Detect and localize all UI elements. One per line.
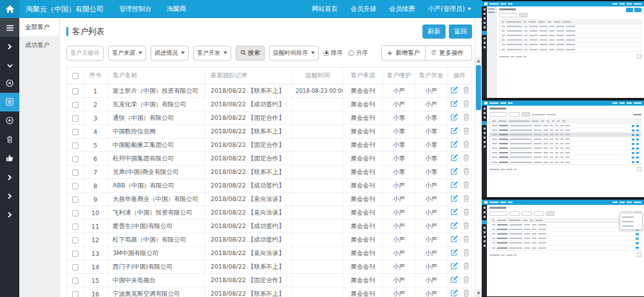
edit-icon[interactable] [450, 168, 458, 175]
preview-scroll-box[interactable] [637, 253, 641, 257]
delete-icon[interactable] [463, 195, 469, 202]
row-checkbox[interactable] [72, 183, 79, 189]
reminder-sort-select[interactable]: 提醒时间排序 [269, 46, 319, 61]
sidebar-rail-item[interactable] [0, 186, 19, 205]
edit-icon[interactable] [450, 262, 458, 270]
delete-icon[interactable] [463, 86, 469, 94]
row-checkbox[interactable] [72, 129, 79, 135]
delete-icon[interactable] [463, 208, 469, 216]
preview-menu-item[interactable] [620, 215, 642, 219]
preview-open-dropdown-menu[interactable] [620, 213, 643, 230]
sidebar-item-success-customers[interactable]: 成功客户 [19, 36, 59, 54]
back-button[interactable]: 返回 [449, 24, 472, 39]
row-checkbox[interactable] [72, 115, 79, 122]
preview-blue-button[interactable] [626, 8, 633, 12]
delete-icon[interactable] [463, 262, 469, 270]
sidebar-rail-item[interactable] [0, 37, 19, 55]
sidebar-rail-item[interactable] [0, 149, 19, 168]
edit-icon[interactable] [450, 222, 458, 229]
delete-icon[interactable] [463, 140, 469, 148]
row-checkbox[interactable] [72, 264, 79, 271]
preview-panel[interactable] [482, 1, 644, 98]
delete-icon[interactable] [463, 154, 469, 162]
user-account-menu[interactable]: 小严(管理员) [428, 5, 471, 14]
sidebar-item-all-customers[interactable]: 全部客户 [19, 18, 59, 36]
delete-icon[interactable] [463, 113, 469, 121]
delete-icon[interactable] [463, 235, 469, 243]
edit-icon[interactable] [450, 140, 458, 148]
sidebar-rail-item[interactable] [0, 74, 19, 93]
preview-select[interactable] [509, 211, 520, 216]
row-checkbox[interactable] [72, 291, 79, 297]
delete-icon[interactable] [463, 289, 469, 297]
sidebar-rail-item[interactable] [0, 93, 19, 111]
edit-icon[interactable] [450, 127, 458, 135]
preview-search-input[interactable] [489, 211, 507, 216]
top-link-member-renew[interactable]: 会员续费 [389, 5, 415, 14]
row-checkbox[interactable] [72, 169, 79, 176]
preview-select[interactable] [534, 211, 544, 216]
sidebar-rail-item[interactable] [0, 205, 19, 224]
edit-icon[interactable] [450, 86, 458, 94]
sidebar-rail-item[interactable] [0, 111, 19, 130]
sort-desc-radio[interactable]: 降序 [323, 49, 343, 57]
sidebar-rail-item[interactable] [0, 168, 19, 186]
preview-blue-button[interactable] [634, 8, 641, 12]
scrollbar-handle[interactable] [476, 65, 481, 110]
delete-icon[interactable] [463, 181, 469, 189]
sidebar-rail-item[interactable] [0, 55, 19, 74]
edit-icon[interactable] [450, 249, 458, 256]
preview-search-button[interactable] [522, 112, 530, 117]
delete-icon[interactable] [463, 276, 469, 283]
preview-select[interactable] [522, 211, 532, 216]
delete-icon[interactable] [463, 222, 469, 229]
delete-icon[interactable] [463, 249, 469, 256]
row-checkbox[interactable] [72, 142, 79, 149]
preview-menu-item[interactable] [620, 224, 642, 228]
preview-scroll-box[interactable] [637, 54, 641, 59]
sidebar-rail-item[interactable] [0, 130, 19, 149]
select-all-checkbox[interactable] [72, 73, 79, 79]
customer-develop-select[interactable]: 客户开发 [193, 46, 231, 61]
sort-asc-radio[interactable]: 升序 [348, 49, 368, 57]
edit-icon[interactable] [450, 100, 458, 108]
more-actions-button[interactable]: 更多操作 [426, 45, 472, 61]
preview-search-button[interactable] [519, 13, 527, 17]
preview-panel[interactable] [482, 101, 644, 197]
edit-icon[interactable] [450, 154, 458, 162]
preview-select[interactable] [509, 112, 520, 117]
edit-icon[interactable] [450, 208, 458, 216]
top-link-member-upgrade[interactable]: 会员升级 [350, 5, 376, 14]
top-menu-shop[interactable]: 淘聚商 [167, 5, 186, 14]
preview-search-button[interactable] [546, 211, 554, 216]
preview-menu-item[interactable] [620, 219, 642, 224]
row-checkbox[interactable] [72, 237, 79, 244]
row-checkbox[interactable] [72, 156, 79, 162]
add-customer-button[interactable]: + 新增客户 [381, 45, 426, 61]
customer-source-select[interactable]: 客户来源 [108, 46, 146, 61]
row-checkbox[interactable] [72, 196, 79, 203]
row-checkbox[interactable] [72, 88, 79, 95]
search-button[interactable]: 搜索 [236, 46, 265, 61]
top-link-site-home[interactable]: 网站首页 [312, 5, 337, 14]
home-button[interactable] [0, 0, 19, 18]
vertical-scrollbar[interactable]: ▲ ▼ [475, 18, 482, 297]
keyword-search-input[interactable] [66, 46, 104, 61]
top-menu-console[interactable]: 管理控制台 [119, 5, 151, 14]
edit-icon[interactable] [450, 235, 458, 243]
edit-icon[interactable] [450, 113, 458, 121]
preview-scroll-box[interactable] [637, 167, 641, 171]
edit-icon[interactable] [450, 181, 458, 189]
sidebar-rail-item[interactable] [0, 18, 19, 37]
followup-status-select[interactable]: 跟进情况 [151, 46, 189, 61]
scroll-up-arrow-icon[interactable]: ▲ [475, 57, 482, 64]
delete-icon[interactable] [463, 127, 469, 135]
row-checkbox[interactable] [72, 224, 79, 230]
edit-icon[interactable] [450, 195, 458, 202]
row-checkbox[interactable] [72, 102, 79, 108]
row-checkbox[interactable] [72, 278, 79, 284]
refresh-button[interactable]: 刷新 [422, 24, 446, 39]
preview-search-input[interactable] [489, 112, 507, 117]
edit-icon[interactable] [450, 289, 458, 297]
preview-search-input[interactable] [499, 13, 517, 17]
